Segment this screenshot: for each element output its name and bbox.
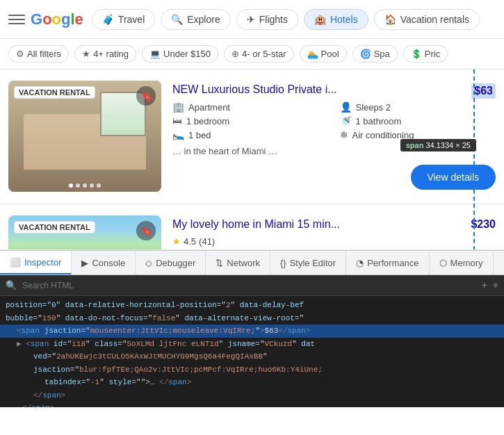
flights-icon: ✈	[247, 14, 255, 25]
listings-area: VACATION RENTAL 🔖 NEW Luxurious Studio P…	[0, 69, 504, 250]
nav-explore[interactable]: 🔍 Explore	[161, 9, 230, 30]
tab-console[interactable]: ▶ Console	[72, 251, 136, 274]
devtools-content: 🔍 + ⌖ position="0" data-relative-horizon…	[0, 275, 504, 407]
beds-icon: 🛌	[172, 129, 184, 140]
listing-title-2[interactable]: My lovely home in Miami 15 min...	[172, 218, 340, 231]
tab-debugger[interactable]: ◇ Debugger	[136, 251, 206, 274]
tab-style-editor[interactable]: {} Style Editor	[270, 251, 346, 274]
nav-flights[interactable]: ✈ Flights	[236, 9, 298, 30]
pick-element-icon[interactable]: ⌖	[493, 280, 498, 291]
listing-price-1: $63	[471, 83, 496, 99]
search-actions: + ⌖	[482, 280, 498, 291]
feature-bathrooms: 🚿 1 bathroom	[340, 115, 496, 126]
listing-image-1: VACATION RENTAL 🔖	[8, 81, 161, 192]
search-html-input[interactable]	[22, 281, 476, 290]
feature-beds: 🛌 1 bed	[172, 129, 329, 140]
nav-hotels[interactable]: 🏨 Hotels	[304, 9, 368, 30]
listing-card-2: VACATION RENTAL 🔖 My lovely home in Miam…	[0, 204, 504, 250]
devtools-toolbar: ⬜ Inspector ▶ Console ◇ Debugger ⇅ Netwo…	[0, 250, 504, 275]
monitor-icon: 💻	[149, 49, 161, 59]
vacation-icon: 🏠	[384, 14, 396, 25]
travel-icon: 🧳	[102, 14, 114, 25]
code-line-4: ved="2ahUKEwjc3tCULO5KAxWJtMUCHYG9MgsQ6a…	[0, 350, 504, 363]
code-line-1: bubble="150" data-do-not-focus="false" d…	[0, 312, 504, 325]
tooltip-tag: span	[406, 141, 424, 149]
star-icon: ★	[82, 49, 90, 59]
tab-performance[interactable]: ◔ Performance	[346, 251, 429, 274]
listing-image-2: VACATION RENTAL 🔖	[8, 215, 161, 250]
code-line-3: ▶ <span id="i18" class="SoXLMd ljtFnc eL…	[0, 338, 504, 351]
filter-icon: ⚙	[16, 49, 24, 59]
explore-icon: 🔍	[171, 14, 183, 25]
bed-icon: 🛏	[172, 115, 182, 126]
image-dots-1	[69, 183, 101, 188]
google-logo: Google	[31, 10, 83, 28]
style-editor-icon: {}	[280, 258, 286, 268]
apartment-icon: 🏢	[172, 101, 184, 113]
element-tooltip: span 34.1334 × 25	[400, 139, 476, 151]
tab-memory[interactable]: ⬡ Memory	[430, 251, 494, 274]
html-search-bar: 🔍 + ⌖	[0, 275, 504, 296]
google-bar: Google 🧳 Travel 🔍 Explore ✈ Flights 🏨 Ho…	[0, 0, 504, 39]
tab-inspector[interactable]: ⬜ Inspector	[0, 251, 72, 274]
all-filters-btn[interactable]: ⚙ All filters	[8, 45, 69, 63]
pool-filter-btn[interactable]: 🏊 Pool	[300, 45, 347, 63]
listing-info-2: My lovely home in Miami 15 min... $230 ★…	[172, 215, 496, 248]
code-line-6: tabindex="-1" style="">… </span>	[0, 376, 504, 389]
code-line-2[interactable]: <span jsaction="mouseenter:JttVIc;mousel…	[0, 325, 504, 338]
title-row-2: My lovely home in Miami 15 min... $230	[172, 218, 496, 236]
listing-features-1: 🏢 Apartment 👤 Sleeps 2 🛏 1 bedroom 🚿 1 b…	[172, 101, 496, 140]
filter-bar: ⚙ All filters ★ 4+ rating 💻 Under $150 ⊕…	[0, 39, 504, 69]
code-area: position="0" data-relative-horizontal-po…	[0, 296, 504, 407]
sleeps-icon: 👤	[340, 101, 352, 113]
code-line-8: </span>	[0, 402, 504, 407]
code-line-7: </span>	[0, 389, 504, 402]
title-row-1: NEW Luxurious Studio Private i... $63	[172, 83, 496, 101]
listing-title-1[interactable]: NEW Luxurious Studio Private i...	[172, 83, 337, 96]
tooltip-dimensions: 34.1334 × 25	[425, 141, 471, 149]
hotels-icon: 🏨	[314, 14, 326, 25]
search-icon: 🔍	[6, 280, 17, 291]
memory-icon: ⬡	[439, 258, 447, 268]
save-button-2[interactable]: 🔖	[136, 221, 156, 240]
nav-travel[interactable]: 🧳 Travel	[92, 9, 155, 30]
rating-filter-btn[interactable]: ★ 4+ rating	[74, 45, 136, 63]
star-rating: ★	[172, 236, 181, 247]
inspector-icon: ⬜	[10, 257, 21, 268]
feature-sleeps: 👤 Sleeps 2	[340, 101, 496, 113]
performance-icon: ◔	[356, 258, 364, 268]
star-class-filter-btn[interactable]: ⊕ 4- or 5-star	[224, 45, 294, 63]
bath-icon: 🚿	[340, 115, 352, 126]
pool-icon: 🏊	[307, 49, 318, 59]
debugger-icon: ◇	[145, 258, 152, 268]
listing-price-2: $230	[471, 218, 496, 231]
add-icon[interactable]: +	[482, 280, 487, 291]
ac-icon: ❄	[340, 129, 348, 140]
tab-storage[interactable]: 🗄 Stor	[494, 251, 504, 274]
circle-icon: ⊕	[231, 49, 239, 59]
hamburger-menu[interactable]	[8, 11, 25, 28]
vacation-badge-2: VACATION RENTAL	[14, 221, 95, 233]
save-button-1[interactable]: 🔖	[136, 86, 156, 106]
tab-network[interactable]: ⇅ Network	[206, 251, 270, 274]
spa-filter-btn[interactable]: 🌀 Spa	[352, 45, 398, 63]
feature-type: 🏢 Apartment	[172, 101, 329, 113]
vacation-badge-1: VACATION RENTAL	[14, 86, 95, 99]
listing-info-1: NEW Luxurious Studio Private i... $63 🏢 …	[172, 81, 496, 192]
nav-vacation[interactable]: 🏠 Vacation rentals	[374, 9, 480, 30]
feature-bedrooms: 🛏 1 bedroom	[172, 115, 329, 126]
price-sort-icon: 💲	[411, 49, 422, 59]
spa-icon: 🌀	[360, 49, 371, 59]
console-icon: ▶	[81, 258, 88, 268]
listing-card-1: VACATION RENTAL 🔖 NEW Luxurious Studio P…	[0, 69, 504, 204]
price-sort-btn[interactable]: 💲 Pric	[403, 45, 448, 63]
code-line-5: jsaction="blur:fpfTEe;QAo2v:JttVIc;pcMPc…	[0, 363, 504, 377]
view-details-button[interactable]: View details	[411, 165, 496, 190]
code-line-0: position="0" data-relative-horizontal-po…	[0, 299, 504, 312]
network-icon: ⇅	[216, 258, 223, 268]
price-filter-btn[interactable]: 💻 Under $150	[142, 45, 218, 63]
listing-rating-2: ★ 4.5 (41)	[172, 236, 496, 247]
